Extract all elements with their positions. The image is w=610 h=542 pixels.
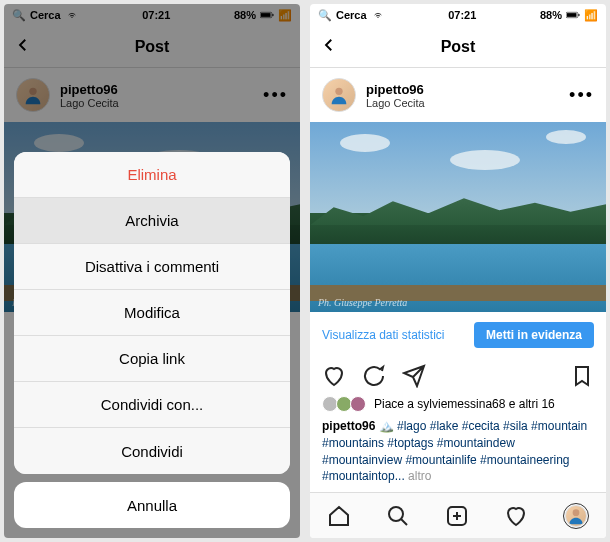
tab-add-icon[interactable] bbox=[445, 504, 469, 528]
svg-rect-6 bbox=[578, 14, 579, 16]
signal-icon: 📶 bbox=[584, 9, 598, 22]
tab-profile[interactable] bbox=[563, 503, 589, 529]
search-label: Cerca bbox=[336, 9, 367, 21]
status-bar: 🔍 Cerca 07:21 88% 📶 bbox=[310, 4, 606, 26]
comment-icon[interactable] bbox=[362, 364, 386, 388]
clock: 07:21 bbox=[448, 9, 476, 21]
phone-left: 🔍 Cerca 07:21 88% 📶 Post pipetto96 Lago … bbox=[4, 4, 300, 538]
sheet-item-delete[interactable]: Elimina bbox=[14, 152, 290, 198]
tab-activity-icon[interactable] bbox=[504, 504, 528, 528]
tab-bar bbox=[310, 492, 606, 538]
svg-point-7 bbox=[335, 88, 342, 95]
sheet-item-share[interactable]: Condividi bbox=[14, 428, 290, 474]
photo-signature: Ph. Giuseppe Perretta bbox=[318, 297, 407, 308]
likes-row[interactable]: Piace a sylviemessina68 e altri 16 bbox=[310, 394, 606, 414]
battery-icon bbox=[566, 10, 580, 20]
avatar bbox=[565, 505, 587, 527]
sheet-cancel[interactable]: Annulla bbox=[14, 482, 290, 528]
likes-text: Piace a sylviemessina68 e altri 16 bbox=[374, 397, 555, 411]
more-options-button[interactable]: ••• bbox=[569, 85, 594, 106]
location[interactable]: Lago Cecita bbox=[366, 97, 559, 109]
bookmark-icon[interactable] bbox=[570, 364, 594, 388]
promote-button[interactable]: Metti in evidenza bbox=[474, 322, 594, 348]
phone-right: 🔍 Cerca 07:21 88% 📶 Post pipetto96 Lago … bbox=[310, 4, 606, 538]
caption-more[interactable]: altro bbox=[408, 469, 431, 483]
view-stats-link[interactable]: Visualizza dati statistici bbox=[322, 328, 445, 342]
tab-home-icon[interactable] bbox=[327, 504, 351, 528]
like-icon[interactable] bbox=[322, 364, 346, 388]
tab-search-icon[interactable] bbox=[386, 504, 410, 528]
share-icon[interactable] bbox=[402, 364, 426, 388]
promo-row: Visualizza dati statistici Metti in evid… bbox=[310, 312, 606, 358]
back-button[interactable] bbox=[320, 36, 338, 58]
svg-rect-5 bbox=[567, 13, 577, 17]
action-sheet: Elimina Archivia Disattiva i commenti Mo… bbox=[14, 152, 290, 528]
liker-avatar bbox=[350, 396, 366, 412]
sheet-item-share-with[interactable]: Condividi con... bbox=[14, 382, 290, 428]
action-sheet-group: Elimina Archivia Disattiva i commenti Mo… bbox=[14, 152, 290, 474]
sheet-item-disable-comments[interactable]: Disattiva i commenti bbox=[14, 244, 290, 290]
sheet-item-edit[interactable]: Modifica bbox=[14, 290, 290, 336]
battery-pct: 88% bbox=[540, 9, 562, 21]
username[interactable]: pipetto96 bbox=[366, 82, 559, 97]
caption-username[interactable]: pipetto96 bbox=[322, 419, 375, 433]
post-header: pipetto96 Lago Cecita ••• bbox=[310, 68, 606, 122]
page-title: Post bbox=[441, 38, 476, 56]
svg-point-11 bbox=[572, 509, 579, 516]
nav-header: Post bbox=[310, 26, 606, 68]
action-row bbox=[310, 358, 606, 394]
sheet-item-copy-link[interactable]: Copia link bbox=[14, 336, 290, 382]
caption: pipetto96 🏔️ #lago #lake #cecita #sila #… bbox=[310, 414, 606, 489]
post-photo[interactable]: Ph. Giuseppe Perretta bbox=[310, 122, 606, 312]
svg-point-9 bbox=[389, 507, 403, 521]
caption-emoji: 🏔️ bbox=[379, 419, 394, 433]
wifi-icon bbox=[371, 10, 385, 20]
sheet-item-archive[interactable]: Archivia bbox=[14, 198, 290, 244]
avatar[interactable] bbox=[322, 78, 356, 112]
search-icon: 🔍 bbox=[318, 9, 332, 22]
